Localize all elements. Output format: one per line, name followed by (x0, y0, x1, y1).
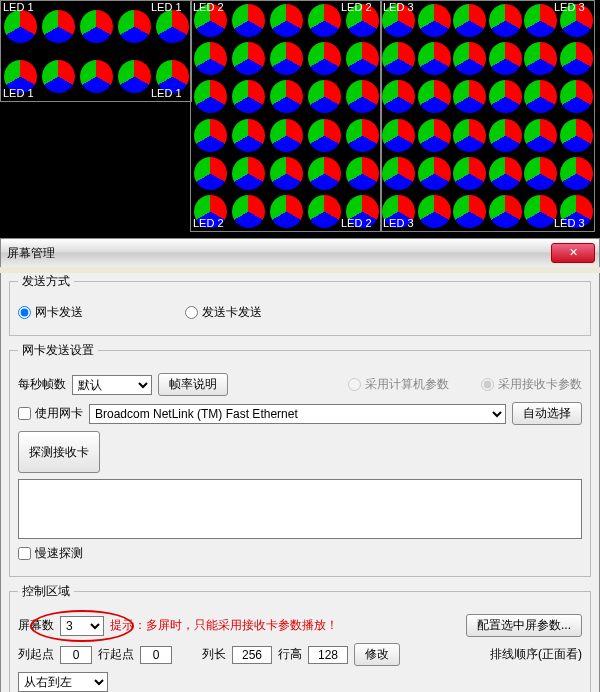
pie-icon (270, 80, 303, 113)
led-screen[interactable]: LED 3LED 3LED 3LED 3 (380, 0, 595, 232)
pie-icon (232, 42, 265, 75)
pie-icon (308, 80, 341, 113)
fps-help-button[interactable]: 帧率说明 (158, 373, 228, 396)
led-label: LED 3 (383, 1, 414, 13)
pie-icon (453, 80, 486, 113)
pie-icon (232, 4, 265, 37)
dialog-body: 发送方式 网卡发送 发送卡发送 网卡发送设置 每秒帧数 默认 帧率说明 采用计算… (0, 273, 600, 692)
pie-icon (270, 4, 303, 37)
led-label: LED 1 (3, 1, 34, 13)
nic-settings-legend: 网卡发送设置 (18, 342, 98, 359)
pie-icon (270, 195, 303, 228)
pie-icon (382, 157, 415, 190)
nic-settings-group: 网卡发送设置 每秒帧数 默认 帧率说明 采用计算机参数 采用接收卡参数 使用网卡… (9, 342, 591, 577)
row-h-input[interactable] (308, 646, 348, 664)
pie-icon (118, 10, 151, 43)
slow-detect-checkbox[interactable]: 慢速探测 (18, 545, 83, 562)
led-label: LED 2 (193, 217, 224, 229)
pie-icon (418, 80, 451, 113)
modify-button[interactable]: 修改 (354, 643, 400, 666)
led-label: LED 2 (341, 1, 372, 13)
row-start-label: 行起点 (98, 646, 134, 663)
fps-label: 每秒帧数 (18, 376, 66, 393)
screens-label: 屏幕数 (18, 617, 54, 634)
pie-icon (418, 42, 451, 75)
pie-icon (418, 195, 451, 228)
config-screen-button[interactable]: 配置选中屏参数... (466, 614, 582, 637)
col-len-input[interactable] (232, 646, 272, 664)
pie-icon (346, 119, 379, 152)
led-screen[interactable]: LED 2LED 2LED 2LED 2 (190, 0, 382, 232)
use-nic-checkbox[interactable]: 使用网卡 (18, 405, 83, 422)
radio-use-recv-params: 采用接收卡参数 (481, 376, 582, 393)
order-select[interactable]: 从右到左 (18, 672, 108, 692)
led-label: LED 1 (151, 87, 182, 99)
pie-icon (489, 80, 522, 113)
col-start-label: 列起点 (18, 646, 54, 663)
pie-icon (418, 4, 451, 37)
radio-use-pc-params: 采用计算机参数 (348, 376, 449, 393)
row-h-label: 行高 (278, 646, 302, 663)
pie-icon (80, 10, 113, 43)
pie-icon (560, 42, 593, 75)
led-label: LED 1 (3, 87, 34, 99)
pie-icon (346, 42, 379, 75)
pie-icon (489, 119, 522, 152)
pie-icon (560, 80, 593, 113)
pie-icon (453, 4, 486, 37)
pie-icon (489, 195, 522, 228)
pie-icon (308, 119, 341, 152)
pie-icon (524, 4, 557, 37)
fps-select[interactable]: 默认 (72, 375, 152, 395)
pie-icon (489, 42, 522, 75)
pie-icon (4, 10, 37, 43)
pie-icon (80, 60, 113, 93)
pie-icon (42, 10, 75, 43)
control-area-legend: 控制区域 (18, 583, 74, 600)
pie-icon (270, 42, 303, 75)
screens-select[interactable]: 3 (60, 616, 104, 636)
nic-select[interactable]: Broadcom NetLink (TM) Fast Ethernet (89, 404, 506, 424)
pie-icon (346, 157, 379, 190)
auto-select-button[interactable]: 自动选择 (512, 402, 582, 425)
pie-icon (232, 195, 265, 228)
pie-icon (524, 195, 557, 228)
led-label: LED 3 (554, 1, 585, 13)
send-method-group: 发送方式 网卡发送 发送卡发送 (9, 273, 591, 336)
pie-icon (382, 80, 415, 113)
radio-nic-send[interactable]: 网卡发送 (18, 304, 83, 321)
pie-icon (524, 119, 557, 152)
row-start-input[interactable] (140, 646, 172, 664)
led-label: LED 3 (554, 217, 585, 229)
pie-icon (524, 157, 557, 190)
pie-icon (308, 4, 341, 37)
order-label: 排线顺序(正面看) (490, 646, 582, 663)
pie-icon (270, 157, 303, 190)
pie-icon (453, 157, 486, 190)
pie-icon (194, 42, 227, 75)
detect-output[interactable] (18, 479, 582, 539)
pie-icon (270, 119, 303, 152)
pie-icon (42, 60, 75, 93)
pie-icon (560, 119, 593, 152)
pie-icon (453, 119, 486, 152)
pie-icon (382, 42, 415, 75)
led-screen[interactable]: LED 1LED 1LED 1LED 1 (0, 0, 192, 102)
radio-card-send[interactable]: 发送卡发送 (185, 304, 262, 321)
pie-icon (308, 42, 341, 75)
pie-icon (308, 157, 341, 190)
col-len-label: 列长 (202, 646, 226, 663)
dialog-title: 屏幕管理 (7, 245, 55, 262)
pie-icon (194, 157, 227, 190)
pie-icon (194, 80, 227, 113)
pie-icon (453, 195, 486, 228)
pie-icon (156, 10, 189, 43)
preview-area: LED 1LED 1LED 1LED 1LED 2LED 2LED 2LED 2… (0, 0, 600, 238)
pie-icon (308, 195, 341, 228)
detect-recv-button[interactable]: 探测接收卡 (18, 431, 100, 473)
pie-icon (524, 42, 557, 75)
close-icon[interactable]: ✕ (551, 243, 595, 263)
led-label: LED 3 (383, 217, 414, 229)
pie-icon (418, 157, 451, 190)
col-start-input[interactable] (60, 646, 92, 664)
